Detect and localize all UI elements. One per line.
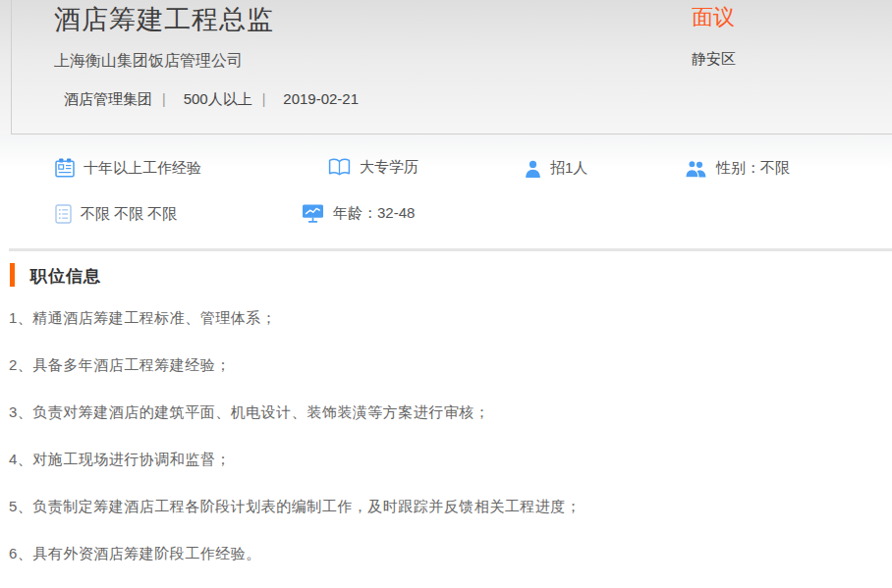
tag-separator: | xyxy=(162,91,166,107)
description-line: 5、负责制定筹建酒店工程各阶段计划表的编制工作，及时跟踪并反馈相关工程进度； xyxy=(9,497,883,516)
description-line: 2、具备多年酒店工程筹建经验； xyxy=(9,355,883,375)
requirement-text: 十年以上工作经验 xyxy=(84,159,201,178)
requirement-other: 不限 不限 不限 xyxy=(55,204,177,224)
job-title: 酒店筹建工程总监 xyxy=(54,2,274,37)
requirement-text: 性别：不限 xyxy=(716,159,790,178)
requirement-text: 年龄：32-48 xyxy=(333,204,415,223)
document-icon xyxy=(55,204,72,224)
requirement-gender: 性别：不限 xyxy=(685,159,790,178)
chart-board-icon xyxy=(302,203,324,224)
job-description: 1、精通酒店筹建工程标准、管理体系； 2、具备多年酒店工程筹建经验； 3、负责对… xyxy=(9,308,883,588)
tag-industry: 酒店管理集团 xyxy=(64,90,152,107)
description-line: 6、具有外资酒店筹建阶段工作经验。 xyxy=(9,544,883,563)
tag-post-date: 2019-02-21 xyxy=(283,90,359,107)
requirement-text: 不限 不限 不限 xyxy=(81,205,177,224)
requirement-experience: 十年以上工作经验 xyxy=(55,158,201,178)
resume-icon xyxy=(55,158,75,178)
job-header: 酒店筹建工程总监 面议 上海衡山集团饭店管理公司 静安区 酒店管理集团|500人… xyxy=(0,0,892,134)
job-requirements: 十年以上工作经验 大专学历 招1人 性别：不限 xyxy=(0,134,892,248)
company-name: 上海衡山集团饭店管理公司 xyxy=(54,51,243,72)
section-accent-bar xyxy=(10,263,15,287)
section-title: 职位信息 xyxy=(30,265,101,288)
description-line: 1、精通酒店筹建工程标准、管理体系； xyxy=(9,308,883,328)
requirement-age: 年龄：32-48 xyxy=(302,203,415,224)
tag-separator: | xyxy=(262,91,266,107)
description-line: 3、负责对筹建酒店的建筑平面、机电设计、装饰装潢等方案进行审核； xyxy=(9,402,883,422)
company-tags: 酒店管理集团|500人以上|2019-02-21 xyxy=(64,90,359,109)
section-divider xyxy=(9,248,892,251)
salary-label: 面议 xyxy=(692,3,735,32)
book-icon xyxy=(328,158,351,177)
requirement-text: 招1人 xyxy=(550,159,587,178)
person-icon xyxy=(525,160,541,178)
requirement-headcount: 招1人 xyxy=(525,159,587,178)
people-icon xyxy=(685,160,707,178)
tag-company-size: 500人以上 xyxy=(184,90,252,107)
requirement-text: 大专学历 xyxy=(360,158,418,177)
district-label: 静安区 xyxy=(692,50,736,69)
description-line: 4、对施工现场进行协调和监督； xyxy=(9,450,883,469)
requirement-education: 大专学历 xyxy=(328,158,418,177)
